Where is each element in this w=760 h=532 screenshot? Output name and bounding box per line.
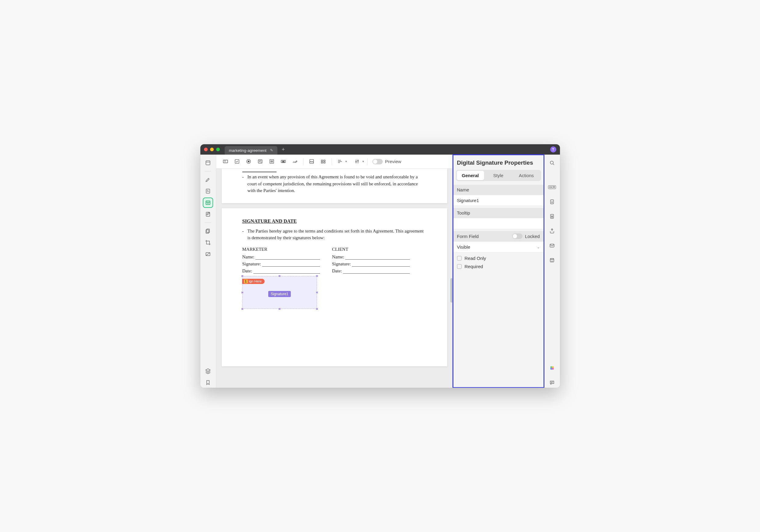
app-window: marketing-agreement ✎ + T bbox=[200, 144, 560, 388]
dropdown-caret-icon[interactable]: ▾ bbox=[345, 159, 347, 163]
tools-settings-icon[interactable] bbox=[352, 157, 362, 166]
svg-rect-11 bbox=[258, 160, 262, 163]
dropdown-tool-icon[interactable] bbox=[255, 157, 265, 166]
preview-switch-icon[interactable] bbox=[372, 159, 383, 164]
client-heading: CLIENT bbox=[332, 247, 410, 252]
svg-point-10 bbox=[248, 161, 249, 162]
listbox-tool-icon[interactable] bbox=[267, 157, 277, 166]
signature-intro-text: The Parties hereby agree to the terms an… bbox=[248, 228, 427, 241]
email-icon[interactable] bbox=[547, 241, 557, 251]
form-editor-icon[interactable] bbox=[203, 198, 213, 208]
crop-icon[interactable] bbox=[203, 238, 213, 248]
svg-rect-7 bbox=[223, 160, 227, 163]
field-name-input[interactable] bbox=[453, 195, 544, 206]
document-tab[interactable]: marketing-agreement ✎ bbox=[225, 146, 278, 155]
edit-pdf-icon[interactable] bbox=[203, 209, 213, 219]
formfield-label: Form Field bbox=[457, 234, 479, 239]
fill-sign-icon[interactable] bbox=[203, 186, 213, 196]
svg-rect-25 bbox=[551, 216, 552, 217]
signature-label: Signature: bbox=[332, 261, 351, 267]
radio-tool-icon[interactable] bbox=[244, 157, 254, 166]
readonly-label: Read Only bbox=[465, 256, 486, 261]
svg-point-20 bbox=[356, 161, 356, 162]
maximize-window[interactable] bbox=[216, 148, 220, 151]
checkbox-tool-icon[interactable] bbox=[232, 157, 242, 166]
highlighter-icon[interactable] bbox=[203, 174, 213, 185]
svg-text:OK: OK bbox=[282, 161, 285, 162]
resize-handle[interactable] bbox=[241, 291, 244, 294]
tab-general[interactable]: General bbox=[457, 171, 484, 180]
signature-tool-icon[interactable] bbox=[290, 157, 300, 166]
resize-handle[interactable] bbox=[241, 275, 244, 277]
protect-icon[interactable] bbox=[547, 211, 557, 222]
resize-handle[interactable] bbox=[316, 308, 318, 310]
share-icon[interactable] bbox=[547, 226, 557, 236]
readonly-checkbox[interactable]: Read Only bbox=[457, 256, 540, 261]
svg-rect-16 bbox=[321, 160, 323, 161]
page-manager-icon[interactable] bbox=[203, 226, 213, 236]
ocr-icon[interactable]: OCR bbox=[547, 182, 557, 192]
properties-tabs: General Style Actions bbox=[456, 170, 541, 181]
resize-handle[interactable] bbox=[278, 275, 281, 277]
save-icon[interactable] bbox=[547, 255, 557, 265]
provision-text: In an event when any provision of this A… bbox=[248, 173, 427, 194]
checkbox-icon bbox=[457, 256, 462, 260]
tab-title: marketing-agreement bbox=[229, 148, 267, 153]
rename-tab-icon[interactable]: ✎ bbox=[270, 148, 273, 153]
svg-rect-2 bbox=[206, 201, 210, 204]
formfield-section: Form Field Locked bbox=[453, 231, 544, 241]
image-field-tool-icon[interactable] bbox=[307, 157, 317, 166]
form-toolbar: OK ▾ ▾ Preview bbox=[216, 155, 453, 169]
convert-icon[interactable] bbox=[547, 197, 557, 207]
close-window[interactable] bbox=[204, 148, 208, 151]
text-field-tool-icon[interactable] bbox=[220, 157, 231, 166]
name-label: Name: bbox=[242, 254, 255, 260]
resize-handle[interactable] bbox=[316, 275, 318, 277]
avatar-letter: T bbox=[552, 148, 554, 151]
svg-rect-19 bbox=[324, 162, 325, 163]
bookmark-icon[interactable] bbox=[203, 377, 213, 388]
resize-handle[interactable] bbox=[316, 291, 318, 294]
sign-here-text: ign Here bbox=[249, 279, 262, 283]
thumbnail-panel-icon[interactable] bbox=[203, 158, 213, 168]
layers-icon[interactable] bbox=[203, 366, 213, 376]
ai-assist-icon[interactable] bbox=[547, 363, 557, 373]
svg-rect-1 bbox=[206, 189, 210, 193]
scrollbar-thumb[interactable] bbox=[450, 278, 453, 302]
marketer-heading: MARKETER bbox=[242, 247, 320, 252]
svg-rect-17 bbox=[324, 160, 325, 161]
window-controls bbox=[204, 148, 220, 151]
date-label: Date: bbox=[242, 268, 252, 274]
dropdown-caret-icon[interactable]: ▾ bbox=[362, 159, 364, 163]
comment-icon[interactable] bbox=[547, 377, 557, 388]
svg-rect-8 bbox=[235, 159, 239, 163]
search-icon[interactable] bbox=[547, 158, 557, 168]
new-tab-button[interactable]: + bbox=[282, 146, 285, 153]
align-tool-icon[interactable] bbox=[335, 157, 345, 166]
locked-toggle[interactable] bbox=[512, 234, 522, 239]
signature-heading: SIGNATURE AND DATE bbox=[242, 218, 427, 224]
separator bbox=[205, 222, 211, 223]
minimize-window[interactable] bbox=[210, 148, 214, 151]
properties-panel: Digital Signature Properties General Sty… bbox=[453, 155, 544, 388]
preview-toggle[interactable]: Preview bbox=[372, 159, 401, 164]
page-signature: SIGNATURE AND DATE - The Parties hereby … bbox=[222, 208, 447, 367]
tab-actions[interactable]: Actions bbox=[513, 171, 540, 180]
chevron-down-icon: ⌄ bbox=[537, 245, 540, 249]
tab-style[interactable]: Style bbox=[485, 171, 512, 180]
document-canvas[interactable]: - In an event when any provision of this… bbox=[216, 169, 453, 388]
user-avatar[interactable]: T bbox=[550, 146, 556, 153]
resize-handle[interactable] bbox=[241, 308, 244, 310]
preview-label: Preview bbox=[385, 159, 401, 164]
visibility-select[interactable]: Visible ⌄ bbox=[453, 241, 544, 253]
svg-point-31 bbox=[552, 368, 554, 370]
redact-icon[interactable] bbox=[203, 249, 213, 259]
resize-handle[interactable] bbox=[278, 308, 281, 310]
barcode-tool-icon[interactable] bbox=[318, 157, 329, 166]
signature-field-selected[interactable]: 1 ign Here Signature1 bbox=[242, 276, 317, 309]
tooltip-input[interactable] bbox=[453, 218, 544, 229]
button-tool-icon[interactable]: OK bbox=[278, 157, 289, 166]
page-previous: - In an event when any provision of this… bbox=[222, 169, 447, 203]
required-checkbox[interactable]: Required bbox=[457, 264, 540, 269]
svg-point-22 bbox=[550, 161, 553, 164]
